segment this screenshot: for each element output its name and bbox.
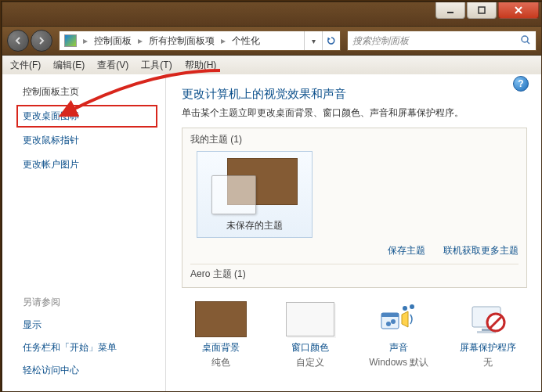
quick-item-desktop-background[interactable]: 桌面背景 纯色 (182, 302, 260, 369)
sidebar-item-home[interactable]: 控制面板主页 (23, 85, 151, 99)
theme-item-unsaved[interactable]: 未保存的主题 (197, 151, 313, 238)
nav-back-button[interactable] (7, 30, 29, 52)
titlebar (2, 2, 541, 27)
svg-line-3 (527, 41, 529, 44)
sound-icon (373, 302, 425, 336)
sidebar: 控制面板主页 更改桌面图标 更改鼠标指针 更改帐户图片 另请参阅 显示 任务栏和… (2, 74, 166, 391)
search-icon (520, 34, 531, 48)
quick-item-sound[interactable]: 声音 Windows 默认 (360, 302, 438, 369)
search-placeholder: 搜索控制面板 (352, 34, 409, 48)
menubar: 文件(F) 编辑(E) 查看(V) 工具(T) 帮助(H) (2, 56, 541, 75)
menu-tools[interactable]: 工具(T) (141, 59, 172, 72)
close-button[interactable] (498, 2, 539, 19)
refresh-button[interactable] (322, 31, 340, 50)
theme-preview-icon (211, 158, 298, 214)
search-input[interactable]: 搜索控制面板 (347, 31, 537, 51)
nav-forward-button[interactable] (31, 30, 52, 52)
sidebar-item-change-account-picture[interactable]: 更改帐户图片 (23, 158, 151, 171)
sidebar-item-change-desktop-icons[interactable]: 更改桌面图标 (16, 105, 157, 128)
screen-saver-icon (462, 302, 514, 336)
desktop-background-icon (195, 302, 247, 336)
my-themes-heading: 我的主题 (1) (190, 133, 519, 146)
chevron-right-icon: ▸ (221, 35, 226, 46)
quick-item-screen-saver[interactable]: 屏幕保护程序 无 (449, 302, 527, 369)
svg-point-8 (403, 306, 407, 311)
maximize-button[interactable] (467, 2, 497, 19)
breadcrumb[interactable]: 所有控制面板项 (149, 34, 215, 48)
quick-settings-row: 桌面背景 纯色 窗口颜色 自定义 (182, 302, 527, 369)
aero-themes-heading: Aero 主题 (1) (190, 264, 519, 281)
get-more-themes-link[interactable]: 联机获取更多主题 (443, 245, 519, 256)
theme-name: 未保存的主题 (204, 219, 305, 232)
svg-point-2 (522, 36, 528, 42)
menu-edit[interactable]: 编辑(E) (53, 59, 85, 72)
sidebar-item-ease-of-access[interactable]: 轻松访问中心 (23, 364, 151, 377)
themes-panel: 我的主题 (1) 未保存的主题 保存主题 联机获取更多主题 Aero 主题 (1… (182, 128, 527, 288)
quick-item-window-color[interactable]: 窗口颜色 自定义 (271, 302, 349, 369)
help-icon[interactable]: ? (513, 76, 529, 92)
client-area: 控制面板主页 更改桌面图标 更改鼠标指针 更改帐户图片 另请参阅 显示 任务栏和… (2, 74, 541, 391)
page-subtitle: 单击某个主题立即更改桌面背景、窗口颜色、声音和屏幕保护程序。 (182, 106, 527, 120)
sidebar-item-display[interactable]: 显示 (23, 318, 151, 332)
svg-rect-0 (447, 12, 453, 13)
sidebar-item-taskbar-start[interactable]: 任务栏和「开始」菜单 (23, 341, 151, 354)
address-bar[interactable]: ▸ 控制面板 ▸ 所有控制面板项 ▸ 个性化 ▾ (59, 31, 341, 51)
menu-file[interactable]: 文件(F) (10, 59, 41, 72)
chevron-right-icon: ▸ (138, 35, 143, 46)
window-color-icon (284, 302, 336, 336)
minimize-button[interactable] (435, 2, 465, 19)
svg-rect-5 (381, 313, 399, 317)
control-panel-icon (64, 34, 77, 47)
svg-point-6 (386, 322, 391, 326)
page-title: 更改计算机上的视觉效果和声音 (182, 87, 527, 102)
svg-rect-1 (479, 7, 485, 13)
menu-help[interactable]: 帮助(H) (185, 59, 217, 72)
window-frame: ▸ 控制面板 ▸ 所有控制面板项 ▸ 个性化 ▾ 搜索控制面板 文件(F) 编辑… (2, 2, 542, 392)
history-dropdown-button[interactable]: ▾ (304, 31, 322, 50)
navbar: ▸ 控制面板 ▸ 所有控制面板项 ▸ 个性化 ▾ 搜索控制面板 (2, 27, 541, 56)
svg-point-7 (391, 319, 396, 324)
breadcrumb[interactable]: 个性化 (232, 34, 260, 48)
svg-point-9 (410, 304, 414, 309)
chevron-right-icon: ▸ (83, 35, 88, 46)
breadcrumb[interactable]: 控制面板 (94, 34, 132, 48)
menu-view[interactable]: 查看(V) (97, 59, 128, 72)
sidebar-item-change-mouse-pointers[interactable]: 更改鼠标指针 (23, 134, 151, 147)
save-theme-link[interactable]: 保存主题 (388, 245, 425, 256)
main-content: ? 更改计算机上的视觉效果和声音 单击某个主题立即更改桌面背景、窗口颜色、声音和… (166, 74, 541, 391)
sidebar-see-also-heading: 另请参阅 (23, 296, 151, 309)
